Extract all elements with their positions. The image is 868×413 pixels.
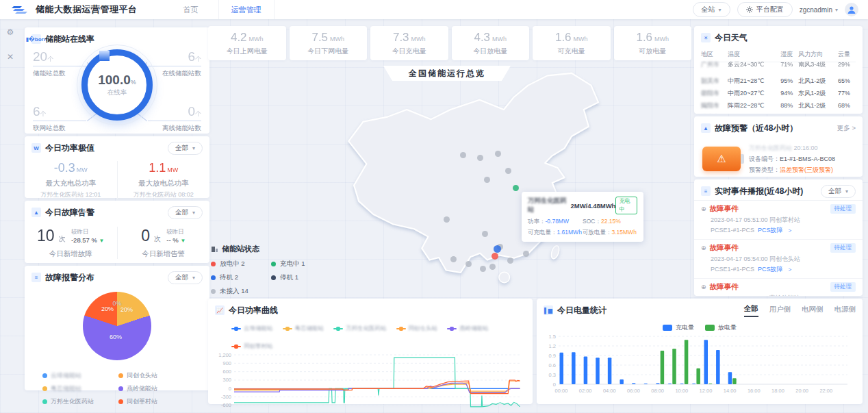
- dashboard-page: 储能大数据运营管理平台 首页 运营管理 全站 ▾ 平台配置 zgcnadmin …: [0, 0, 868, 413]
- station-map-dot[interactable]: [489, 264, 496, 270]
- arrow-right-icon[interactable]: >: [789, 227, 792, 234]
- station-map-dot[interactable]: [505, 168, 511, 174]
- legend-label: 粤芯储能站: [295, 325, 324, 333]
- tooltip-capacity: 2MW/4.48MWh: [570, 202, 615, 210]
- svg-text:0: 0: [553, 381, 556, 388]
- station-map-dot[interactable]: [460, 152, 466, 158]
- energy-tab-电网侧[interactable]: 电网侧: [802, 305, 824, 316]
- tab-home[interactable]: 首页: [164, 0, 218, 19]
- stat-card: 7.5MWh今日下网电量: [290, 26, 368, 60]
- station-map-dot[interactable]: [492, 253, 498, 260]
- bar-legend-item[interactable]: 充电量: [663, 323, 694, 332]
- chevron-down-icon: ▾: [719, 7, 722, 13]
- line-legend-item[interactable]: 同创仓头站: [396, 325, 438, 333]
- app-title: 储能大数据运营管理平台: [36, 3, 138, 16]
- stat-card-value: 4.3: [474, 31, 490, 44]
- event-time-station: 2023-04-17 05:54:00 同创仓头站: [711, 255, 856, 264]
- new-alarms-today: 0 次 较昨日-- % ▼ 今日新增告警: [117, 227, 210, 259]
- fault-distribution-chart[interactable]: 20%0%20%60%: [25, 290, 209, 362]
- pie-legend-item[interactable]: 燕岭储能站: [118, 383, 194, 394]
- energy-tab-全部[interactable]: 全部: [744, 304, 758, 317]
- line-legend-item[interactable]: 云埠储能站: [231, 325, 273, 333]
- svg-text:1,200: 1,200: [218, 352, 231, 358]
- stat-card-unit: MWh: [574, 36, 588, 42]
- energy-tab-电源侧[interactable]: 电源侧: [834, 305, 856, 316]
- site-selector-dropdown[interactable]: 全站 ▾: [693, 2, 730, 17]
- filter-dropdown[interactable]: 全部▾: [821, 185, 856, 198]
- status-legend-item: 待机 2: [211, 273, 271, 282]
- legend-label: 放电量: [718, 323, 737, 332]
- filter-dropdown[interactable]: 全部▾: [168, 271, 203, 284]
- event-item[interactable]: ⊕故障事件待处理2023-04-17 05:54:00 同创仓头站PCSE1-#…: [694, 239, 863, 278]
- pie-legend-item[interactable]: 万邦生化医药站: [42, 396, 118, 407]
- arrow-right-icon[interactable]: >: [789, 266, 792, 273]
- station-map-dot[interactable]: [465, 261, 472, 267]
- status-dot: [271, 262, 276, 266]
- pending-badge: 待处理: [830, 243, 856, 253]
- line-legend-item[interactable]: 同创莘村站: [231, 342, 273, 351]
- event-tag[interactable]: PCS故障: [758, 227, 783, 234]
- energy-bar-chart[interactable]: 00.30.60.91.21.500:0002:0004:0006:0008:0…: [538, 332, 860, 405]
- legend-marker: [396, 328, 406, 329]
- station-map-dot[interactable]: [480, 266, 486, 272]
- tab-operations[interactable]: 运营管理: [218, 0, 275, 19]
- avatar[interactable]: [845, 3, 858, 16]
- tooltip-metric-value: -0.78MW: [546, 218, 569, 225]
- svg-text:1.2: 1.2: [549, 343, 556, 349]
- station-map-dot[interactable]: [484, 177, 490, 183]
- power-curve-chart[interactable]: 1,2009006003000-300-60000:0002:0004:0006…: [211, 351, 533, 413]
- arrow-down-icon: ▼: [180, 238, 186, 244]
- event-item[interactable]: ⊕故障事件待处理2023-04-17 05:51:00 同创莘村站PCSE1-#…: [694, 200, 863, 239]
- line-legend-item[interactable]: 粤芯储能站: [283, 325, 324, 333]
- energy-tabs: 全部用户侧电网侧电源侧: [744, 304, 856, 317]
- station-map-dot[interactable]: [523, 251, 529, 257]
- filter-dropdown[interactable]: 全部▾: [168, 206, 203, 219]
- station-map-dot[interactable]: [494, 245, 501, 253]
- pie-legend-item[interactable]: 云埠储能站: [42, 370, 118, 381]
- line-legend-item[interactable]: 燕岭储能站: [447, 325, 489, 333]
- stat-connected-stations: 6个 联网站总数: [33, 104, 86, 133]
- bar-legend-item[interactable]: 放电量: [705, 323, 737, 332]
- pie-legend-item[interactable]: 同创莘村站: [118, 396, 194, 407]
- line-legend-item[interactable]: 万邦生化医药站: [333, 325, 387, 333]
- svg-text:0.6: 0.6: [549, 362, 556, 368]
- weather-cell: 多云24~30℃: [728, 58, 780, 71]
- gear-icon[interactable]: ⚙: [5, 27, 15, 37]
- event-tag[interactable]: PCS故障: [758, 266, 783, 273]
- station-map-dot[interactable]: [513, 185, 519, 191]
- event-item[interactable]: ⊕故障事件待处理2023-04-17 11:15:00 燕岭储能站PCSE1-#…: [694, 278, 863, 296]
- tooltip-metric-label: 功率：: [528, 218, 546, 225]
- pie-legend-item[interactable]: 粤芯储能站: [42, 383, 118, 394]
- legend-marker: [231, 346, 241, 347]
- legend-dot: [118, 399, 123, 404]
- energy-tab-用户侧[interactable]: 用户侧: [769, 305, 791, 316]
- station-map-dot[interactable]: [444, 216, 450, 223]
- svg-text:12:00: 12:00: [700, 388, 713, 394]
- station-map-dot[interactable]: [495, 151, 501, 157]
- legend-label: 云埠储能站: [244, 325, 273, 333]
- chevron-down-icon: ▾: [835, 7, 838, 13]
- filter-dropdown[interactable]: 全部▾: [168, 142, 203, 155]
- user-menu[interactable]: zgcnadmin ▾: [800, 6, 838, 14]
- more-link[interactable]: 更多 >: [837, 124, 856, 133]
- svg-text:02:00: 02:00: [579, 388, 592, 394]
- stat-card-value-row: 1.6MWh: [636, 31, 669, 45]
- station-map-dot[interactable]: [482, 231, 488, 237]
- warning-item[interactable]: ⚠ 万邦生化医药站 20:16:00 设备编号：E1-#1-BMS-A-BC08…: [694, 137, 863, 175]
- status-dot: [211, 275, 216, 280]
- station-map-dot[interactable]: [507, 258, 513, 264]
- tooltip-metric-value: 22.15%: [601, 218, 621, 225]
- legend-label: 燕岭储能站: [127, 384, 157, 393]
- pie-legend: 云埠储能站粤芯储能站万邦生化医药站同创仓头站燕岭储能站同创莘村站: [25, 362, 209, 407]
- close-icon[interactable]: ✕: [5, 52, 15, 62]
- warning-time: 20:16:00: [794, 145, 818, 151]
- list-icon: ≡: [31, 273, 41, 282]
- chevron-down-icon: ▾: [192, 145, 195, 151]
- pie-legend-item[interactable]: 同创仓头站: [118, 370, 194, 381]
- warning-type: 温差预警(三级预警): [780, 166, 833, 173]
- stat-card-label: 可充电量: [558, 47, 585, 56]
- station-map-dot[interactable]: [477, 155, 483, 161]
- tooltip-metric-value: 3.15MWh: [612, 229, 637, 236]
- station-map-dot[interactable]: [450, 256, 457, 262]
- platform-config-button[interactable]: 平台配置: [737, 2, 793, 17]
